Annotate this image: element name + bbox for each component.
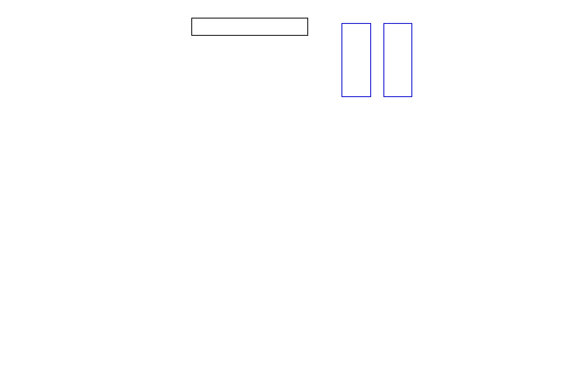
decals-g-panel — [168, 216, 251, 286]
decals-z-panel — [321, 216, 403, 286]
lineflux-map-panel — [93, 216, 175, 286]
decals-r-panel — [245, 216, 327, 286]
spec2d-weighted-sum-row — [191, 18, 308, 36]
clean-image-frame — [383, 23, 412, 97]
fiber-positions-panel — [16, 216, 99, 286]
clean-image-image — [384, 24, 411, 96]
elixer-report-page — [0, 0, 576, 392]
with-sky-frame — [341, 23, 371, 97]
full-spectrum-plot — [35, 108, 549, 193]
footer-note — [28, 360, 41, 392]
emission-line-fit-plot — [426, 19, 553, 101]
with-sky-image — [342, 24, 370, 96]
